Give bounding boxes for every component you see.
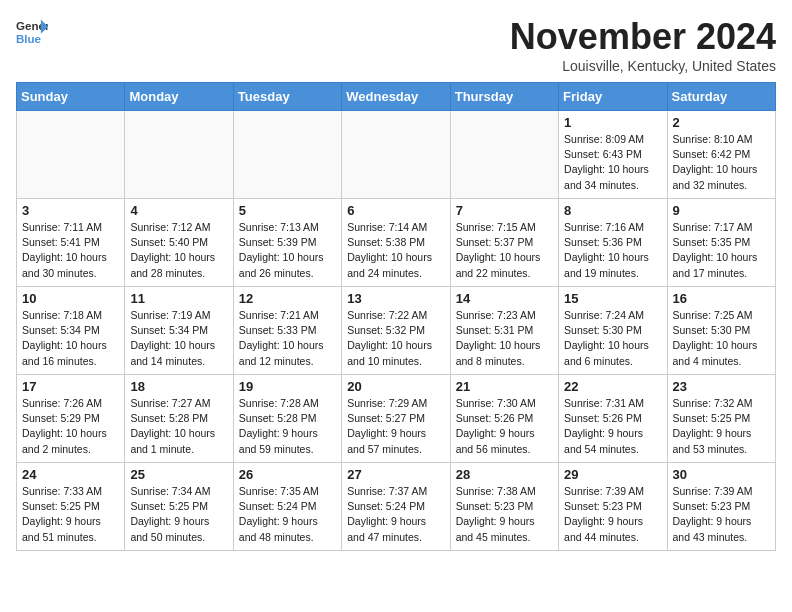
svg-text:Blue: Blue	[16, 33, 42, 45]
day-info: Sunrise: 7:26 AM Sunset: 5:29 PM Dayligh…	[22, 396, 119, 457]
week-row-3: 10Sunrise: 7:18 AM Sunset: 5:34 PM Dayli…	[17, 287, 776, 375]
calendar-cell-22: 22Sunrise: 7:31 AM Sunset: 5:26 PM Dayli…	[559, 375, 667, 463]
calendar-table: SundayMondayTuesdayWednesdayThursdayFrid…	[16, 82, 776, 551]
calendar-cell-4: 4Sunrise: 7:12 AM Sunset: 5:40 PM Daylig…	[125, 199, 233, 287]
calendar-cell-1: 1Sunrise: 8:09 AM Sunset: 6:43 PM Daylig…	[559, 111, 667, 199]
calendar-cell-11: 11Sunrise: 7:19 AM Sunset: 5:34 PM Dayli…	[125, 287, 233, 375]
logo: General Blue	[16, 16, 48, 48]
weekday-header-thursday: Thursday	[450, 83, 558, 111]
location: Louisville, Kentucky, United States	[510, 58, 776, 74]
day-info: Sunrise: 7:34 AM Sunset: 5:25 PM Dayligh…	[130, 484, 227, 545]
day-number: 5	[239, 203, 336, 218]
day-number: 15	[564, 291, 661, 306]
day-info: Sunrise: 7:23 AM Sunset: 5:31 PM Dayligh…	[456, 308, 553, 369]
calendar-cell-16: 16Sunrise: 7:25 AM Sunset: 5:30 PM Dayli…	[667, 287, 775, 375]
day-info: Sunrise: 7:18 AM Sunset: 5:34 PM Dayligh…	[22, 308, 119, 369]
day-info: Sunrise: 7:39 AM Sunset: 5:23 PM Dayligh…	[673, 484, 770, 545]
day-info: Sunrise: 7:27 AM Sunset: 5:28 PM Dayligh…	[130, 396, 227, 457]
calendar-cell-10: 10Sunrise: 7:18 AM Sunset: 5:34 PM Dayli…	[17, 287, 125, 375]
calendar-cell-29: 29Sunrise: 7:39 AM Sunset: 5:23 PM Dayli…	[559, 463, 667, 551]
day-number: 17	[22, 379, 119, 394]
day-number: 20	[347, 379, 444, 394]
day-info: Sunrise: 7:19 AM Sunset: 5:34 PM Dayligh…	[130, 308, 227, 369]
calendar-cell-18: 18Sunrise: 7:27 AM Sunset: 5:28 PM Dayli…	[125, 375, 233, 463]
week-row-4: 17Sunrise: 7:26 AM Sunset: 5:29 PM Dayli…	[17, 375, 776, 463]
day-number: 6	[347, 203, 444, 218]
day-number: 7	[456, 203, 553, 218]
day-info: Sunrise: 7:16 AM Sunset: 5:36 PM Dayligh…	[564, 220, 661, 281]
day-number: 12	[239, 291, 336, 306]
calendar-cell-23: 23Sunrise: 7:32 AM Sunset: 5:25 PM Dayli…	[667, 375, 775, 463]
day-info: Sunrise: 7:30 AM Sunset: 5:26 PM Dayligh…	[456, 396, 553, 457]
calendar-cell-14: 14Sunrise: 7:23 AM Sunset: 5:31 PM Dayli…	[450, 287, 558, 375]
calendar-cell-5: 5Sunrise: 7:13 AM Sunset: 5:39 PM Daylig…	[233, 199, 341, 287]
calendar-cell-20: 20Sunrise: 7:29 AM Sunset: 5:27 PM Dayli…	[342, 375, 450, 463]
day-number: 28	[456, 467, 553, 482]
day-info: Sunrise: 7:13 AM Sunset: 5:39 PM Dayligh…	[239, 220, 336, 281]
day-info: Sunrise: 7:15 AM Sunset: 5:37 PM Dayligh…	[456, 220, 553, 281]
week-row-2: 3Sunrise: 7:11 AM Sunset: 5:41 PM Daylig…	[17, 199, 776, 287]
calendar-cell-30: 30Sunrise: 7:39 AM Sunset: 5:23 PM Dayli…	[667, 463, 775, 551]
day-number: 1	[564, 115, 661, 130]
day-info: Sunrise: 7:17 AM Sunset: 5:35 PM Dayligh…	[673, 220, 770, 281]
day-number: 18	[130, 379, 227, 394]
calendar-cell-9: 9Sunrise: 7:17 AM Sunset: 5:35 PM Daylig…	[667, 199, 775, 287]
title-block: November 2024 Louisville, Kentucky, Unit…	[510, 16, 776, 74]
calendar-cell-7: 7Sunrise: 7:15 AM Sunset: 5:37 PM Daylig…	[450, 199, 558, 287]
day-number: 21	[456, 379, 553, 394]
calendar-cell-6: 6Sunrise: 7:14 AM Sunset: 5:38 PM Daylig…	[342, 199, 450, 287]
calendar-cell-2: 2Sunrise: 8:10 AM Sunset: 6:42 PM Daylig…	[667, 111, 775, 199]
day-number: 3	[22, 203, 119, 218]
day-info: Sunrise: 7:14 AM Sunset: 5:38 PM Dayligh…	[347, 220, 444, 281]
day-info: Sunrise: 7:12 AM Sunset: 5:40 PM Dayligh…	[130, 220, 227, 281]
logo-icon: General Blue	[16, 16, 48, 48]
calendar-cell-27: 27Sunrise: 7:37 AM Sunset: 5:24 PM Dayli…	[342, 463, 450, 551]
day-info: Sunrise: 7:24 AM Sunset: 5:30 PM Dayligh…	[564, 308, 661, 369]
weekday-header-wednesday: Wednesday	[342, 83, 450, 111]
calendar-cell-25: 25Sunrise: 7:34 AM Sunset: 5:25 PM Dayli…	[125, 463, 233, 551]
day-number: 9	[673, 203, 770, 218]
calendar-cell-12: 12Sunrise: 7:21 AM Sunset: 5:33 PM Dayli…	[233, 287, 341, 375]
day-number: 10	[22, 291, 119, 306]
day-number: 23	[673, 379, 770, 394]
day-info: Sunrise: 7:39 AM Sunset: 5:23 PM Dayligh…	[564, 484, 661, 545]
day-info: Sunrise: 7:32 AM Sunset: 5:25 PM Dayligh…	[673, 396, 770, 457]
calendar-cell-empty	[233, 111, 341, 199]
day-number: 13	[347, 291, 444, 306]
day-number: 4	[130, 203, 227, 218]
calendar-cell-21: 21Sunrise: 7:30 AM Sunset: 5:26 PM Dayli…	[450, 375, 558, 463]
day-info: Sunrise: 8:09 AM Sunset: 6:43 PM Dayligh…	[564, 132, 661, 193]
week-row-1: 1Sunrise: 8:09 AM Sunset: 6:43 PM Daylig…	[17, 111, 776, 199]
calendar-cell-3: 3Sunrise: 7:11 AM Sunset: 5:41 PM Daylig…	[17, 199, 125, 287]
day-info: Sunrise: 8:10 AM Sunset: 6:42 PM Dayligh…	[673, 132, 770, 193]
day-number: 8	[564, 203, 661, 218]
weekday-header-monday: Monday	[125, 83, 233, 111]
week-row-5: 24Sunrise: 7:33 AM Sunset: 5:25 PM Dayli…	[17, 463, 776, 551]
day-number: 29	[564, 467, 661, 482]
day-number: 24	[22, 467, 119, 482]
day-number: 25	[130, 467, 227, 482]
day-info: Sunrise: 7:38 AM Sunset: 5:23 PM Dayligh…	[456, 484, 553, 545]
day-info: Sunrise: 7:29 AM Sunset: 5:27 PM Dayligh…	[347, 396, 444, 457]
day-number: 19	[239, 379, 336, 394]
calendar-cell-empty	[17, 111, 125, 199]
day-number: 22	[564, 379, 661, 394]
day-number: 14	[456, 291, 553, 306]
calendar-cell-8: 8Sunrise: 7:16 AM Sunset: 5:36 PM Daylig…	[559, 199, 667, 287]
day-number: 16	[673, 291, 770, 306]
month-title: November 2024	[510, 16, 776, 58]
day-info: Sunrise: 7:35 AM Sunset: 5:24 PM Dayligh…	[239, 484, 336, 545]
weekday-header-sunday: Sunday	[17, 83, 125, 111]
day-number: 2	[673, 115, 770, 130]
calendar-cell-17: 17Sunrise: 7:26 AM Sunset: 5:29 PM Dayli…	[17, 375, 125, 463]
calendar-cell-26: 26Sunrise: 7:35 AM Sunset: 5:24 PM Dayli…	[233, 463, 341, 551]
day-info: Sunrise: 7:11 AM Sunset: 5:41 PM Dayligh…	[22, 220, 119, 281]
calendar-cell-28: 28Sunrise: 7:38 AM Sunset: 5:23 PM Dayli…	[450, 463, 558, 551]
calendar-cell-empty	[342, 111, 450, 199]
page-header: General Blue November 2024 Louisville, K…	[16, 16, 776, 74]
day-number: 30	[673, 467, 770, 482]
day-number: 26	[239, 467, 336, 482]
weekday-header-row: SundayMondayTuesdayWednesdayThursdayFrid…	[17, 83, 776, 111]
day-info: Sunrise: 7:22 AM Sunset: 5:32 PM Dayligh…	[347, 308, 444, 369]
day-info: Sunrise: 7:28 AM Sunset: 5:28 PM Dayligh…	[239, 396, 336, 457]
